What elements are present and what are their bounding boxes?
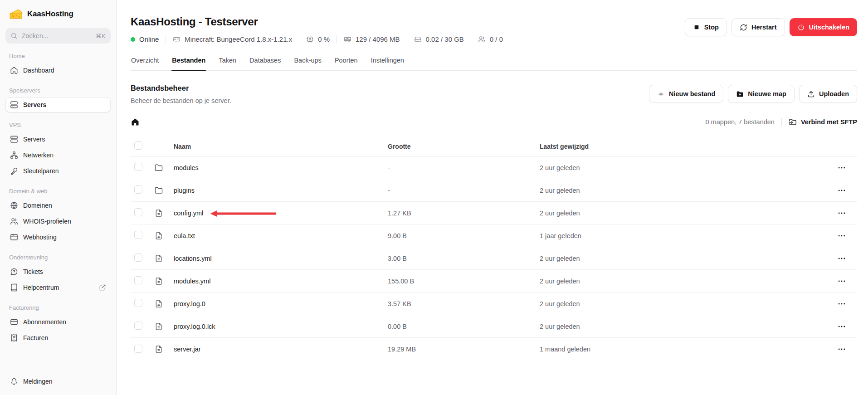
table-row-modules-yml[interactable]: modules.yml155.00 B2 uur geleden	[131, 270, 857, 293]
server-status-row: Online Minecraft: BungeeCord 1.8.x-1.21.…	[131, 35, 857, 43]
server-icon	[10, 101, 18, 109]
sidebar-section-vps: VPSServersNetwerkenSleutelparen	[5, 122, 111, 179]
row-menu-button[interactable]	[835, 184, 848, 197]
users-icon	[10, 217, 18, 225]
file-name[interactable]: modules	[174, 164, 199, 171]
file-name[interactable]: modules.yml	[174, 278, 210, 285]
sidebar-item-facturering-abonnementen[interactable]: Abonnementen	[5, 314, 111, 330]
tab-poorten[interactable]: Poorten	[334, 57, 358, 70]
row-checkbox[interactable]	[134, 254, 142, 262]
file-modified: 2 uur geleden	[540, 164, 835, 171]
sidebar-item-vps-netwerken[interactable]: Netwerken	[5, 147, 111, 163]
table-row-modules[interactable]: modules-2 uur geleden	[131, 156, 857, 179]
sidebar-item-domein-web-webhosting[interactable]: Webhosting	[5, 229, 111, 245]
table-row-locations-yml[interactable]: locations.yml3.00 B2 uur geleden	[131, 247, 857, 270]
sftp-button[interactable]: Verbind met SFTP	[789, 118, 857, 126]
sidebar-item-ondersteuning-helpcentrum[interactable]: Helpcentrum	[5, 280, 111, 295]
new-folder-button-label: Nieuwe map	[748, 90, 786, 98]
file-name[interactable]: server.jar	[174, 346, 201, 353]
section-label-vps: VPS	[5, 122, 111, 128]
row-menu-button[interactable]	[835, 252, 848, 265]
row-checkbox[interactable]	[134, 231, 142, 239]
row-checkbox[interactable]	[134, 163, 142, 171]
sidebar-section-home: HomeDashboard	[5, 53, 111, 78]
file-size: -	[388, 187, 540, 194]
tab-databases[interactable]: Databases	[249, 57, 281, 70]
file-name[interactable]: plugins	[174, 187, 195, 194]
folder-icon	[155, 164, 163, 172]
ellipsis-icon	[837, 322, 846, 331]
ellipsis-icon	[837, 254, 846, 263]
section-label-domein-web: Domein & web	[5, 188, 111, 195]
sidebar-item-facturering-facturen[interactable]: Facturen	[5, 330, 111, 346]
ellipsis-icon	[837, 231, 846, 240]
sidebar-section-facturering: FactureringAbonnementenFacturen	[5, 304, 111, 346]
stop-button[interactable]: Stop	[685, 18, 727, 36]
breadcrumb-row: 0 mappen, 7 bestanden Verbind met SFTP	[131, 117, 857, 127]
sidebar-item-label: Abonnementen	[23, 318, 66, 326]
row-menu-button[interactable]	[835, 229, 848, 242]
file-name[interactable]: locations.yml	[174, 255, 212, 262]
table-row-config-yml[interactable]: config.yml1.27 KB2 uur geleden	[131, 202, 857, 224]
row-checkbox[interactable]	[134, 299, 142, 307]
row-menu-button[interactable]	[835, 161, 848, 174]
sidebar-item-meldingen[interactable]: Meldingen	[5, 374, 111, 389]
select-all-checkbox[interactable]	[134, 141, 142, 150]
tab-taken[interactable]: Taken	[218, 57, 237, 70]
new-folder-button[interactable]: Nieuwe map	[728, 85, 795, 103]
row-menu-button[interactable]	[835, 207, 848, 219]
refresh-icon	[740, 24, 747, 31]
sidebar-item-vps-sleutelparen[interactable]: Sleutelparen	[5, 163, 111, 179]
table-row-eula-txt[interactable]: eula.txt9.00 B1 jaar geleden	[131, 224, 857, 247]
row-checkbox[interactable]	[134, 345, 142, 353]
file-name[interactable]: config.yml	[174, 210, 203, 217]
file-name[interactable]: eula.txt	[174, 232, 195, 239]
sidebar-footer: Meldingen	[5, 374, 111, 390]
status-disk: 0.02 / 30 GB	[414, 35, 464, 43]
tab-instellingen[interactable]: Instellingen	[371, 57, 405, 70]
table-row-proxy-log-0[interactable]: proxy.log.03.57 KB2 uur geleden	[131, 293, 857, 315]
ellipsis-icon	[837, 209, 846, 218]
row-menu-button[interactable]	[835, 297, 848, 310]
red-arrow-annotation	[210, 210, 278, 217]
file-icon	[155, 254, 163, 263]
row-checkbox[interactable]	[134, 208, 142, 216]
restart-button[interactable]: Herstart	[731, 18, 785, 36]
row-menu-button[interactable]	[835, 275, 848, 288]
search-placeholder: Zoeken...	[22, 32, 92, 39]
network-icon	[10, 151, 18, 159]
row-menu-button[interactable]	[835, 320, 848, 333]
sidebar-item-label: Facturen	[23, 334, 48, 341]
table-row-proxy-log-0-lck[interactable]: proxy.log.0.lck0.00 B2 uur geleden	[131, 315, 857, 338]
receipt-icon	[10, 334, 18, 342]
upload-button[interactable]: Uploaden	[799, 85, 857, 103]
stop-icon	[693, 24, 700, 31]
search-icon	[10, 32, 18, 39]
column-header-name: Naam	[170, 143, 388, 150]
row-menu-button[interactable]	[835, 343, 848, 356]
breadcrumb-home[interactable]	[131, 117, 140, 127]
sidebar-item-domein-web-whois-profielen[interactable]: WHOIS-profielen	[5, 214, 111, 229]
sidebar-item-home-dashboard[interactable]: Dashboard	[5, 63, 111, 78]
file-size: 0.00 B	[388, 323, 540, 330]
row-checkbox[interactable]	[134, 276, 142, 284]
file-name[interactable]: proxy.log.0	[174, 300, 205, 307]
sidebar-item-vps-servers[interactable]: Servers	[5, 132, 111, 147]
file-name[interactable]: proxy.log.0.lck	[174, 323, 215, 330]
status-players-value: 0 / 0	[490, 35, 503, 43]
search-input[interactable]: Zoeken... ⌘K	[5, 28, 111, 44]
tab-overzicht[interactable]: Overzicht	[131, 57, 159, 70]
table-row-plugins[interactable]: plugins-2 uur geleden	[131, 179, 857, 202]
ellipsis-icon	[837, 186, 846, 195]
shutdown-button[interactable]: Uitschakelen	[790, 18, 857, 36]
row-checkbox[interactable]	[134, 185, 142, 194]
sidebar-item-ondersteuning-tickets[interactable]: Tickets	[5, 264, 111, 279]
sidebar-item-domein-web-domeinen[interactable]: Domeinen	[5, 198, 111, 213]
new-file-button[interactable]: Nieuw bestand	[649, 85, 723, 103]
tab-back-ups[interactable]: Back-ups	[293, 57, 322, 70]
row-checkbox[interactable]	[134, 322, 142, 330]
search-shortcut: ⌘K	[96, 33, 106, 39]
table-row-server-jar[interactable]: server.jar19.29 MB1 maand geleden	[131, 338, 857, 361]
sidebar-item-spelservers-servers[interactable]: Servers	[5, 97, 111, 112]
tab-bestanden[interactable]: Bestanden	[171, 57, 206, 70]
